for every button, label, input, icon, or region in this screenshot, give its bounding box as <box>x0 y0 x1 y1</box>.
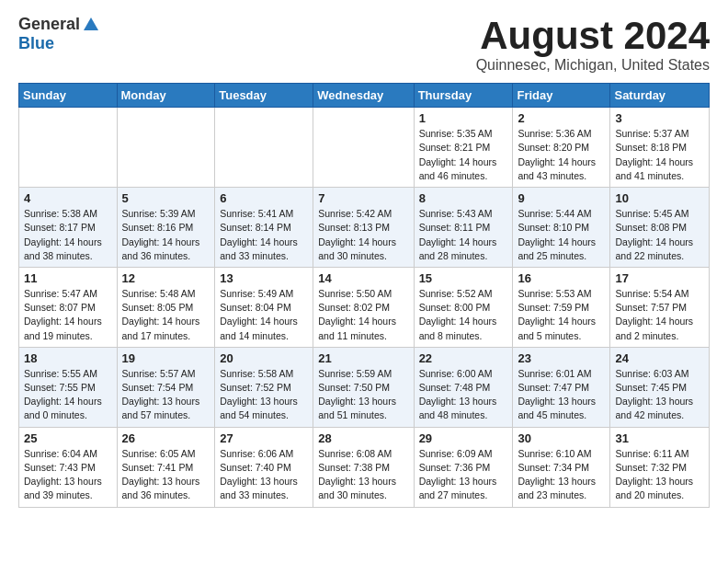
weekday-header: Tuesday <box>215 84 313 108</box>
day-number: 31 <box>615 431 704 445</box>
day-info: Sunrise: 5:35 AM Sunset: 8:21 PM Dayligh… <box>419 127 508 183</box>
day-number: 8 <box>419 191 508 205</box>
svg-marker-0 <box>84 17 98 30</box>
day-number: 22 <box>419 351 508 365</box>
calendar-cell: 14Sunrise: 5:50 AM Sunset: 8:02 PM Dayli… <box>313 267 414 347</box>
day-info: Sunrise: 5:57 AM Sunset: 7:54 PM Dayligh… <box>122 367 210 423</box>
calendar-cell: 11Sunrise: 5:47 AM Sunset: 8:07 PM Dayli… <box>19 267 118 347</box>
day-number: 25 <box>24 431 112 445</box>
calendar-cell: 12Sunrise: 5:48 AM Sunset: 8:05 PM Dayli… <box>117 267 215 347</box>
calendar-cell: 16Sunrise: 5:53 AM Sunset: 7:59 PM Dayli… <box>513 267 610 347</box>
calendar-cell: 18Sunrise: 5:55 AM Sunset: 7:55 PM Dayli… <box>19 347 118 427</box>
day-info: Sunrise: 5:41 AM Sunset: 8:14 PM Dayligh… <box>220 207 308 263</box>
logo-blue-text: Blue <box>18 34 54 53</box>
title-block: August 2024 Quinnesec, Michigan, United … <box>476 15 710 74</box>
logo-blue-text-row: Blue <box>18 34 54 53</box>
day-number: 7 <box>318 191 408 205</box>
day-info: Sunrise: 5:48 AM Sunset: 8:05 PM Dayligh… <box>122 287 210 343</box>
weekday-header: Thursday <box>414 84 513 108</box>
day-info: Sunrise: 5:49 AM Sunset: 8:04 PM Dayligh… <box>220 287 308 343</box>
logo-general-text: General <box>18 15 80 34</box>
calendar-cell <box>313 108 414 188</box>
day-number: 1 <box>419 111 508 125</box>
day-info: Sunrise: 5:36 AM Sunset: 8:20 PM Dayligh… <box>518 127 605 183</box>
header: General Blue August 2024 Quinnesec, Mich… <box>18 15 710 74</box>
day-number: 9 <box>518 191 605 205</box>
day-number: 5 <box>122 191 210 205</box>
day-number: 21 <box>318 351 408 365</box>
day-info: Sunrise: 5:44 AM Sunset: 8:10 PM Dayligh… <box>518 207 605 263</box>
calendar-cell: 6Sunrise: 5:41 AM Sunset: 8:14 PM Daylig… <box>215 188 313 268</box>
day-number: 29 <box>419 431 508 445</box>
day-info: Sunrise: 6:05 AM Sunset: 7:41 PM Dayligh… <box>122 447 210 503</box>
calendar-cell: 1Sunrise: 5:35 AM Sunset: 8:21 PM Daylig… <box>414 108 513 188</box>
day-info: Sunrise: 5:54 AM Sunset: 7:57 PM Dayligh… <box>615 287 704 343</box>
day-info: Sunrise: 5:47 AM Sunset: 8:07 PM Dayligh… <box>24 287 112 343</box>
day-number: 2 <box>518 111 605 125</box>
day-number: 4 <box>24 191 112 205</box>
calendar-week-row: 25Sunrise: 6:04 AM Sunset: 7:43 PM Dayli… <box>19 427 710 507</box>
calendar-cell: 9Sunrise: 5:44 AM Sunset: 8:10 PM Daylig… <box>513 188 610 268</box>
day-number: 15 <box>419 271 508 285</box>
calendar-cell: 26Sunrise: 6:05 AM Sunset: 7:41 PM Dayli… <box>117 427 215 507</box>
day-info: Sunrise: 5:58 AM Sunset: 7:52 PM Dayligh… <box>220 367 308 423</box>
calendar-cell: 23Sunrise: 6:01 AM Sunset: 7:47 PM Dayli… <box>513 347 610 427</box>
day-number: 11 <box>24 271 112 285</box>
day-info: Sunrise: 5:45 AM Sunset: 8:08 PM Dayligh… <box>615 207 704 263</box>
day-info: Sunrise: 5:52 AM Sunset: 8:00 PM Dayligh… <box>419 287 508 343</box>
day-number: 28 <box>318 431 408 445</box>
day-number: 3 <box>615 111 704 125</box>
weekday-header: Monday <box>117 84 215 108</box>
calendar-cell: 13Sunrise: 5:49 AM Sunset: 8:04 PM Dayli… <box>215 267 313 347</box>
month-title: August 2024 <box>476 15 710 57</box>
day-number: 18 <box>24 351 112 365</box>
day-info: Sunrise: 6:08 AM Sunset: 7:38 PM Dayligh… <box>318 447 408 503</box>
calendar-cell: 4Sunrise: 5:38 AM Sunset: 8:17 PM Daylig… <box>19 188 118 268</box>
calendar-cell: 28Sunrise: 6:08 AM Sunset: 7:38 PM Dayli… <box>313 427 414 507</box>
calendar-week-row: 1Sunrise: 5:35 AM Sunset: 8:21 PM Daylig… <box>19 108 710 188</box>
day-number: 23 <box>518 351 605 365</box>
page: General Blue August 2024 Quinnesec, Mich… <box>0 0 728 523</box>
calendar-week-row: 4Sunrise: 5:38 AM Sunset: 8:17 PM Daylig… <box>19 188 710 268</box>
day-info: Sunrise: 6:09 AM Sunset: 7:36 PM Dayligh… <box>419 447 508 503</box>
calendar-cell: 27Sunrise: 6:06 AM Sunset: 7:40 PM Dayli… <box>215 427 313 507</box>
calendar-cell <box>19 108 118 188</box>
calendar-header-row: SundayMondayTuesdayWednesdayThursdayFrid… <box>19 84 710 108</box>
day-info: Sunrise: 6:04 AM Sunset: 7:43 PM Dayligh… <box>24 447 112 503</box>
day-info: Sunrise: 5:50 AM Sunset: 8:02 PM Dayligh… <box>318 287 408 343</box>
calendar-cell: 30Sunrise: 6:10 AM Sunset: 7:34 PM Dayli… <box>513 427 610 507</box>
day-info: Sunrise: 5:37 AM Sunset: 8:18 PM Dayligh… <box>615 127 704 183</box>
day-info: Sunrise: 6:06 AM Sunset: 7:40 PM Dayligh… <box>220 447 308 503</box>
day-number: 17 <box>615 271 704 285</box>
calendar-cell: 7Sunrise: 5:42 AM Sunset: 8:13 PM Daylig… <box>313 188 414 268</box>
day-number: 10 <box>615 191 704 205</box>
calendar-cell: 8Sunrise: 5:43 AM Sunset: 8:11 PM Daylig… <box>414 188 513 268</box>
weekday-header: Sunday <box>19 84 118 108</box>
location: Quinnesec, Michigan, United States <box>476 57 710 74</box>
day-info: Sunrise: 5:42 AM Sunset: 8:13 PM Dayligh… <box>318 207 408 263</box>
day-number: 26 <box>122 431 210 445</box>
weekday-header: Wednesday <box>313 84 414 108</box>
day-number: 16 <box>518 271 605 285</box>
logo: General Blue <box>18 15 100 53</box>
calendar-cell: 25Sunrise: 6:04 AM Sunset: 7:43 PM Dayli… <box>19 427 118 507</box>
day-info: Sunrise: 6:00 AM Sunset: 7:48 PM Dayligh… <box>419 367 508 423</box>
day-info: Sunrise: 5:55 AM Sunset: 7:55 PM Dayligh… <box>24 367 112 423</box>
day-info: Sunrise: 5:38 AM Sunset: 8:17 PM Dayligh… <box>24 207 112 263</box>
calendar-cell: 22Sunrise: 6:00 AM Sunset: 7:48 PM Dayli… <box>414 347 513 427</box>
calendar-cell: 15Sunrise: 5:52 AM Sunset: 8:00 PM Dayli… <box>414 267 513 347</box>
day-info: Sunrise: 5:43 AM Sunset: 8:11 PM Dayligh… <box>419 207 508 263</box>
day-number: 12 <box>122 271 210 285</box>
calendar-cell: 3Sunrise: 5:37 AM Sunset: 8:18 PM Daylig… <box>610 108 710 188</box>
weekday-header: Friday <box>513 84 610 108</box>
day-number: 14 <box>318 271 408 285</box>
day-number: 13 <box>220 271 308 285</box>
calendar-cell: 20Sunrise: 5:58 AM Sunset: 7:52 PM Dayli… <box>215 347 313 427</box>
calendar-cell: 19Sunrise: 5:57 AM Sunset: 7:54 PM Dayli… <box>117 347 215 427</box>
calendar-cell: 31Sunrise: 6:11 AM Sunset: 7:32 PM Dayli… <box>610 427 710 507</box>
calendar-cell: 2Sunrise: 5:36 AM Sunset: 8:20 PM Daylig… <box>513 108 610 188</box>
day-number: 30 <box>518 431 605 445</box>
calendar: SundayMondayTuesdayWednesdayThursdayFrid… <box>18 83 710 507</box>
calendar-cell: 10Sunrise: 5:45 AM Sunset: 8:08 PM Dayli… <box>610 188 710 268</box>
calendar-week-row: 11Sunrise: 5:47 AM Sunset: 8:07 PM Dayli… <box>19 267 710 347</box>
